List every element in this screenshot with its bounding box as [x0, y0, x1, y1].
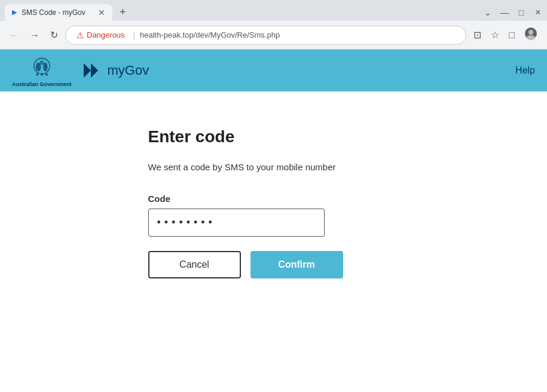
help-link[interactable]: Help	[515, 65, 535, 76]
browser-toolbar: ← → ↻ ⚠ Dangerous | health-peak.top/dev/…	[0, 21, 547, 49]
forward-button[interactable]: →	[26, 27, 43, 43]
extensions-button[interactable]: □	[505, 27, 518, 43]
svg-point-6	[39, 60, 44, 65]
tab-close-button[interactable]: ✕	[98, 8, 105, 17]
chevron-down-icon: ⌄	[484, 8, 492, 17]
cast-button[interactable]: ⊡	[470, 27, 485, 43]
mygov-logo: myGov	[81, 60, 149, 81]
back-button[interactable]: ←	[6, 27, 23, 43]
button-row: Cancel Confirm	[148, 251, 399, 278]
window-controls: ⌄ — □ ×	[476, 8, 542, 17]
url-text: health-peak.top/dev/MyGov/Re/Sms.php	[140, 30, 459, 39]
minimize-button[interactable]: —	[500, 8, 509, 17]
browser-chrome: ▶ SMS Code - myGov ✕ + ⌄ — □ × ← → ↻ ⚠ D…	[0, 0, 547, 50]
svg-point-2	[527, 35, 535, 40]
australian-government-logo: ★ ★ ★ Australian Government	[12, 54, 72, 87]
tab-favicon: ▶	[12, 8, 17, 16]
security-badge: ⚠ Dangerous	[73, 29, 129, 41]
active-tab[interactable]: ▶ SMS Code - myGov ✕	[5, 4, 112, 21]
toolbar-actions: ⊡ ☆ □	[470, 24, 541, 45]
svg-point-5	[43, 63, 47, 72]
gov-label: Australian Government	[12, 81, 72, 87]
page-title: Enter code	[148, 127, 399, 146]
mygov-text: myGov	[108, 63, 149, 78]
page-content: Enter code We sent a code by SMS to your…	[0, 91, 547, 314]
warning-icon: ⚠	[77, 30, 84, 40]
tab-title: SMS Code - myGov	[22, 8, 93, 17]
url-bar[interactable]: ⚠ Dangerous | health-peak.top/dev/MyGov/…	[65, 26, 466, 45]
profile-icon	[524, 27, 537, 40]
dangerous-label: Dangerous	[87, 30, 125, 39]
form-container: Enter code We sent a code by SMS to your…	[148, 127, 399, 278]
code-input[interactable]	[148, 209, 325, 237]
svg-marker-8	[84, 63, 91, 78]
new-tab-button[interactable]: +	[115, 4, 131, 21]
mygov-arrows-icon	[81, 60, 103, 81]
description-text: We sent a code by SMS to your mobile num…	[148, 161, 399, 174]
svg-point-1	[528, 30, 533, 35]
code-field-label: Code	[148, 194, 399, 204]
close-button[interactable]: ×	[534, 8, 542, 17]
profile-button[interactable]	[521, 24, 541, 45]
url-divider: |	[133, 30, 135, 39]
maximize-button[interactable]: □	[517, 8, 525, 17]
reload-button[interactable]: ↻	[47, 27, 62, 43]
confirm-button[interactable]: Confirm	[250, 251, 343, 278]
page-header: ★ ★ ★ Australian Government myGov Help	[0, 50, 547, 91]
svg-marker-9	[91, 63, 98, 78]
emblem-icon: ★ ★ ★	[29, 54, 55, 80]
svg-text:★ ★ ★: ★ ★ ★	[35, 72, 48, 77]
bookmark-button[interactable]: ☆	[487, 27, 503, 43]
tab-bar: ▶ SMS Code - myGov ✕ + ⌄ — □ ×	[0, 0, 547, 21]
cancel-button[interactable]: Cancel	[148, 251, 241, 278]
